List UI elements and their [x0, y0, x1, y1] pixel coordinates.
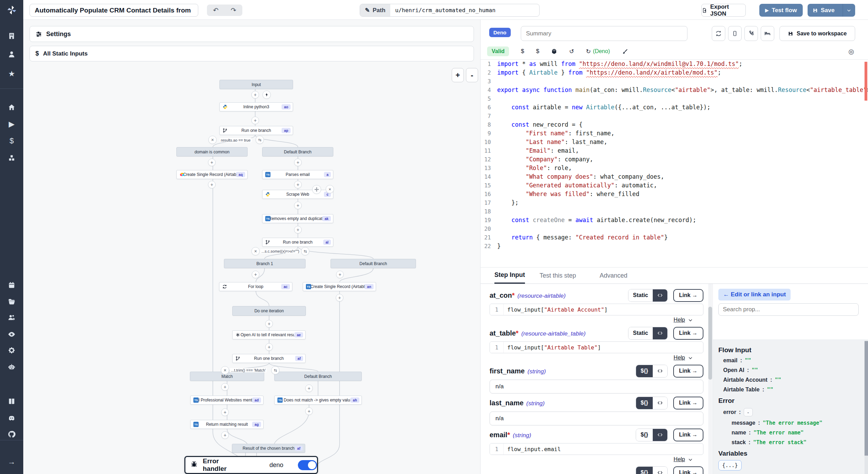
input-mode-toggle[interactable]: ${}: [636, 466, 667, 474]
sync-icon[interactable]: [712, 26, 725, 41]
save-button[interactable]: Save: [808, 4, 840, 17]
save-button-group[interactable]: Save: [808, 4, 855, 17]
sidebar-item-building-icon[interactable]: [0, 29, 23, 42]
help-link[interactable]: Help: [674, 456, 685, 463]
trigger-bolt-icon[interactable]: [262, 91, 271, 99]
flow-node-hb1[interactable]: Branch 1: [224, 259, 306, 268]
help-link[interactable]: Help: [674, 355, 685, 361]
flow-node-aq[interactable]: Create Single Record (Airtable)aq: [176, 170, 248, 179]
dollar-icon[interactable]: $: [536, 48, 539, 55]
add-step-icon[interactable]: +: [221, 383, 229, 391]
input-mode-toggle[interactable]: ${}: [636, 365, 667, 378]
add-step-icon[interactable]: +: [208, 181, 216, 188]
branch-compare-icon[interactable]: ⇆: [301, 247, 309, 255]
code-mode-button[interactable]: [653, 429, 667, 441]
sidebar-item-discord-icon[interactable]: [0, 412, 23, 424]
code-mode-button[interactable]: [653, 365, 667, 377]
add-step-icon[interactable]: +: [265, 320, 273, 328]
input-mode-toggle[interactable]: Static: [628, 327, 668, 340]
prop-row-email[interactable]: email:"": [718, 357, 868, 364]
zoom-in-button[interactable]: +: [452, 68, 464, 82]
flow-node-result[interactable]: Result of the chosen branchaf: [232, 444, 305, 453]
prop-row-stack[interactable]: stack:"The error stack": [727, 439, 868, 446]
prop-row-airtable-account[interactable]: Airtable Account:"": [718, 377, 868, 383]
help-link[interactable]: Help: [674, 317, 685, 323]
language-badge[interactable]: Deno: [489, 28, 511, 37]
flow-title-input[interactable]: [30, 4, 198, 17]
step-inputs-scrollbar[interactable]: [708, 284, 712, 474]
undo-icon[interactable]: ↶: [207, 5, 225, 16]
flow-canvas[interactable]: InputInline python3aoRun one branchapdom…: [23, 20, 481, 474]
flow-node-ao[interactable]: Inline python3ao: [219, 102, 293, 111]
save-dropdown-chevron[interactable]: [843, 4, 855, 17]
flow-node-ag[interactable]: TSReturn matching resultag: [190, 420, 264, 429]
input-mode-toggle[interactable]: ${}: [636, 397, 667, 409]
flow-node-ah[interactable]: TSDoes not match -> gives empty valueah: [274, 396, 362, 405]
flow-node-hdo[interactable]: Do one iteration: [232, 306, 306, 316]
code-mode-button[interactable]: [653, 327, 667, 339]
flow-node-af[interactable]: Run one branchaf: [232, 354, 306, 363]
add-step-icon[interactable]: +: [336, 294, 343, 302]
bed-icon[interactable]: [761, 26, 774, 41]
code-mode-button[interactable]: [653, 467, 667, 474]
add-step-icon[interactable]: +: [221, 431, 229, 439]
flow-node-ap[interactable]: Run one branchap: [219, 126, 293, 135]
static-mode-button[interactable]: Static: [628, 327, 653, 339]
path-value[interactable]: u/henri/crm_automated_no_human: [390, 4, 500, 16]
remove-branch-icon[interactable]: ×: [251, 247, 260, 255]
input-mode-toggle[interactable]: Static: [628, 289, 668, 302]
add-step-icon[interactable]: +: [294, 181, 302, 188]
prop-row-airtable-table[interactable]: Airtable Table:"": [718, 387, 868, 393]
sidebar-item-eye-icon[interactable]: [0, 328, 23, 340]
windmill-logo[interactable]: [0, 0, 23, 20]
target-icon[interactable]: ◎: [848, 48, 854, 56]
sidebar-item-gear-icon[interactable]: [0, 344, 23, 356]
export-json-button[interactable]: Export JSON: [701, 4, 746, 17]
code-mode-button[interactable]: [653, 289, 667, 302]
link-button[interactable]: Link →: [673, 429, 703, 441]
undo-icon[interactable]: ↺: [569, 48, 574, 55]
redo-icon[interactable]: ↷: [225, 5, 242, 16]
mobile-icon[interactable]: [728, 26, 742, 41]
flow-node-a[interactable]: TSParses emaila: [262, 170, 333, 179]
add-step-icon[interactable]: +: [252, 271, 259, 278]
sidebar-item-book-icon[interactable]: [0, 395, 23, 407]
phone-icon[interactable]: [744, 26, 758, 41]
link-button[interactable]: Link →: [673, 289, 703, 302]
code-mode-button[interactable]: [653, 397, 667, 409]
add-step-icon[interactable]: +: [208, 159, 216, 166]
cube-icon[interactable]: [551, 48, 557, 54]
zoom-out-button[interactable]: -: [466, 68, 478, 82]
flow-node-ac[interactable]: For loopac: [219, 282, 292, 291]
branch-compare-icon[interactable]: ⇆: [271, 366, 279, 374]
input-mode-toggle[interactable]: ${}: [636, 429, 667, 441]
field-text-input[interactable]: [490, 412, 703, 425]
sidebar-item-person-icon[interactable]: [0, 48, 23, 60]
prop-row-open-ai[interactable]: Open AI:"": [718, 367, 868, 373]
add-step-icon[interactable]: +: [294, 226, 302, 234]
prop-row-error[interactable]: error:-: [718, 408, 868, 416]
sidebar-item-home-icon[interactable]: [0, 101, 23, 113]
move-node-icon[interactable]: [312, 185, 321, 194]
sidebar-item-folder-icon[interactable]: [0, 295, 23, 308]
sidebar-item-play-icon[interactable]: ▶: [0, 118, 23, 130]
sidebar-item-users-gear-icon[interactable]: [0, 311, 23, 324]
prop-row-message[interactable]: message:"The error message": [727, 420, 868, 426]
field-code-editor[interactable]: 1flow_input["Airtable Account"]: [490, 304, 703, 315]
add-step-icon[interactable]: +: [294, 159, 302, 166]
add-step-icon[interactable]: +: [221, 408, 229, 416]
dollar-icon[interactable]: $: [521, 48, 524, 55]
error-handler-toggle[interactable]: [298, 460, 317, 470]
edit-or-link-pill[interactable]: ← Edit or link an input: [718, 289, 791, 301]
flow-node-c[interactable]: Scrape Webc: [262, 190, 333, 199]
flow-node-ad[interactable]: TSKill Professional Websites mentionsad: [190, 396, 264, 405]
chevron-down-icon[interactable]: [688, 318, 693, 323]
save-to-workspace-button[interactable]: Save to workspace: [779, 26, 855, 41]
add-step-icon[interactable]: +: [336, 271, 344, 278]
flow-node-ak[interactable]: TSRemoves empty and duplicatesak: [262, 214, 333, 223]
link-button[interactable]: Link →: [673, 327, 703, 340]
tab-step-input[interactable]: Step Input: [494, 268, 525, 284]
add-step-icon[interactable]: +: [305, 407, 313, 415]
chevron-down-icon[interactable]: [688, 355, 693, 361]
refresh-deno-button[interactable]: ↻(Deno): [586, 48, 610, 55]
